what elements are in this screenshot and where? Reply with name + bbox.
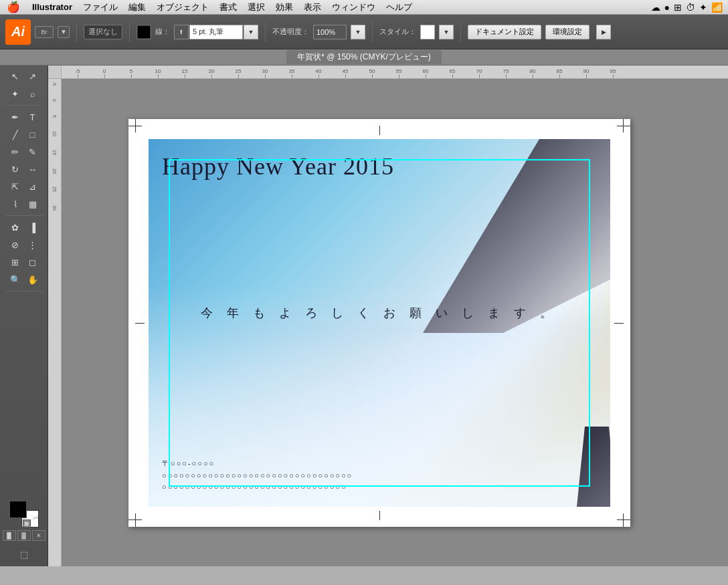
toolbar-separator-1 bbox=[76, 22, 77, 42]
ruler-corner bbox=[48, 66, 62, 79]
lasso-tool[interactable]: ⌕ bbox=[25, 86, 41, 102]
more-options-button[interactable]: ▶ bbox=[596, 25, 611, 39]
tool-row-9: ✿ ▐ bbox=[7, 219, 41, 235]
doc-settings-button[interactable]: ドキュメント設定 bbox=[468, 25, 541, 39]
stroke-value-box[interactable]: 5 pt. 丸筆 bbox=[189, 25, 243, 39]
style-preview bbox=[420, 25, 435, 39]
color-icon[interactable]: █ bbox=[3, 530, 16, 541]
selection-label: 選択なし bbox=[88, 27, 118, 37]
reflect-tool[interactable]: ↔ bbox=[25, 161, 41, 177]
swap-colors-icon[interactable]: ⇄ bbox=[33, 514, 38, 521]
stroke-color-box[interactable] bbox=[136, 25, 151, 39]
storage-icon: ⊞ bbox=[674, 2, 682, 13]
none-icon[interactable]: ✕ bbox=[32, 530, 46, 541]
crop-mark-center-right bbox=[614, 323, 624, 324]
toolbar-separator-5 bbox=[460, 22, 461, 42]
menu-format[interactable]: 書式 bbox=[219, 1, 237, 13]
tool-row-6: ↻ ↔ bbox=[7, 161, 41, 177]
stroke-arrow-up[interactable]: ⬆ bbox=[174, 25, 189, 39]
tool-row-2: ✦ ⌕ bbox=[7, 86, 41, 102]
crop-mark-br-h bbox=[617, 519, 630, 520]
tool-row-4: ╱ □ bbox=[7, 126, 41, 142]
ai-logo: Ai bbox=[5, 19, 31, 45]
document-page: Happy New Year 2015 今 年 も よ ろ し く お 願 い … bbox=[128, 119, 630, 527]
crop-mark-bl-v bbox=[135, 513, 136, 527]
pen-tool[interactable]: ✒ bbox=[7, 109, 23, 125]
rotate-tool[interactable]: ↻ bbox=[7, 161, 23, 177]
slice-tool[interactable]: ⊞ bbox=[7, 254, 23, 270]
crop-mark-center-top bbox=[379, 126, 380, 135]
card-subtitle: 今 年 も よ ろ し く お 願 い し ま す 。 bbox=[149, 305, 610, 321]
app-name: Illustrator bbox=[32, 2, 72, 12]
address-line1: ○○○○○○○○○○○○○○○○○○○○○○○○○○○○○○○○○ bbox=[162, 470, 353, 482]
toolbar-menu-arrow[interactable]: ▼ bbox=[58, 26, 70, 38]
direct-select-tool[interactable]: ↗ bbox=[25, 68, 41, 84]
style-label: スタイル： bbox=[379, 27, 416, 37]
default-colors-icon[interactable]: ◼ bbox=[23, 519, 31, 528]
bluetooth-icon: ✦ bbox=[699, 2, 707, 13]
tool-row-5: ✏ ✎ bbox=[7, 144, 41, 160]
prefs-button[interactable]: 環境設定 bbox=[545, 25, 589, 39]
scale-tool[interactable]: ⇱ bbox=[7, 179, 23, 195]
menu-file[interactable]: ファイル bbox=[83, 1, 118, 13]
zoom-tool[interactable]: 🔍 bbox=[7, 271, 23, 287]
menu-window[interactable]: ウィンドウ bbox=[332, 1, 375, 13]
toolbar-separator-2 bbox=[129, 22, 130, 42]
vertical-ruler: -5 0 5 10 15 20 25 30 bbox=[48, 79, 62, 566]
apple-menu-icon[interactable]: 🍎 bbox=[7, 1, 20, 13]
rect-tool[interactable]: □ bbox=[25, 126, 41, 142]
stroke-value: 5 pt. 丸筆 bbox=[193, 27, 223, 37]
main-area: ↖ ↗ ✦ ⌕ ✒ T ╱ □ ✏ ✎ ↻ ↔ ⇱ ⊿ ⌇ ▦ bbox=[0, 66, 728, 566]
symbol-tool[interactable]: ✿ bbox=[7, 219, 23, 235]
menu-bar: 🍎 Illustrator ファイル 編集 オブジェクト 書式 選択 効果 表示… bbox=[0, 0, 728, 15]
canvas-area[interactable]: -5 0 5 10 15 20 25 30 35 40 45 50 55 60 … bbox=[48, 66, 728, 566]
bridge-button[interactable]: Br bbox=[35, 26, 54, 38]
column-chart-tool[interactable]: ▐ bbox=[25, 219, 41, 235]
color-swatches[interactable]: ⇄ ◼ bbox=[9, 501, 39, 528]
stroke-label: 線： bbox=[155, 27, 170, 37]
opacity-dropdown[interactable]: ▼ bbox=[351, 25, 365, 39]
color-area: ⇄ ◼ █ ▓ ✕ bbox=[3, 495, 46, 546]
crop-mark-tr-h bbox=[617, 126, 630, 126]
toolbar-separator-4 bbox=[372, 22, 373, 42]
stroke-dropdown-arrow[interactable]: ▼ bbox=[244, 25, 258, 39]
blend-tool[interactable]: ⋮ bbox=[25, 237, 41, 253]
opacity-label: 不透明度： bbox=[272, 27, 309, 37]
zip-line: 〒○○○-○○○○ bbox=[162, 458, 353, 470]
magic-wand-tool[interactable]: ✦ bbox=[7, 86, 23, 102]
menu-select[interactable]: 選択 bbox=[248, 1, 265, 13]
hand-tool[interactable]: ✋ bbox=[25, 271, 41, 287]
shear-tool[interactable]: ⊿ bbox=[25, 179, 41, 195]
warp-tool[interactable]: ⌇ bbox=[7, 196, 23, 212]
tool-row-12: 🔍 ✋ bbox=[7, 271, 41, 287]
select-tool[interactable]: ↖ bbox=[7, 68, 23, 84]
type-tool[interactable]: T bbox=[25, 109, 41, 125]
crop-mark-center-left bbox=[135, 323, 145, 324]
gradient-icon[interactable]: ▓ bbox=[17, 530, 31, 541]
eyedropper-tool[interactable]: ⊘ bbox=[7, 237, 23, 253]
tool-row-3: ✒ T bbox=[7, 109, 41, 125]
tool-separator-1 bbox=[5, 105, 43, 106]
menu-effect[interactable]: 効果 bbox=[276, 1, 293, 13]
stroke-controls[interactable]: ⬆ 5 pt. 丸筆 ▼ bbox=[174, 25, 258, 39]
style-dropdown[interactable]: ▼ bbox=[439, 25, 454, 39]
card-address: 〒○○○-○○○○ ○○○○○○○○○○○○○○○○○○○○○○○○○○○○○○… bbox=[162, 458, 353, 493]
crop-mark-tl-h bbox=[128, 126, 142, 126]
menu-help[interactable]: ヘルプ bbox=[386, 1, 412, 13]
document-tab[interactable]: 年賀状* @ 150% (CMYK/プレビュー) bbox=[286, 50, 442, 64]
eraser-tool[interactable]: ◻ bbox=[25, 254, 41, 270]
menu-edit[interactable]: 編集 bbox=[128, 1, 146, 13]
crop-mark-center-bottom bbox=[379, 511, 380, 520]
paintbrush-tool[interactable]: ✏ bbox=[7, 144, 23, 160]
menu-object[interactable]: オブジェクト bbox=[157, 1, 209, 13]
tool-row-1: ↖ ↗ bbox=[7, 68, 41, 84]
graph-tool[interactable]: ▦ bbox=[25, 196, 41, 212]
card-title: Happy New Year 2015 bbox=[162, 152, 394, 181]
menu-view[interactable]: 表示 bbox=[304, 1, 321, 13]
pencil-tool[interactable]: ✎ bbox=[25, 144, 41, 160]
artboard-tool[interactable]: ⬚ bbox=[8, 548, 40, 561]
canvas-content: Happy New Year 2015 今 年 も よ ろ し く お 願 い … bbox=[62, 79, 728, 566]
foreground-color-swatch[interactable] bbox=[9, 501, 27, 518]
tool-row-10: ⊘ ⋮ bbox=[7, 237, 41, 253]
line-tool[interactable]: ╱ bbox=[7, 126, 23, 142]
